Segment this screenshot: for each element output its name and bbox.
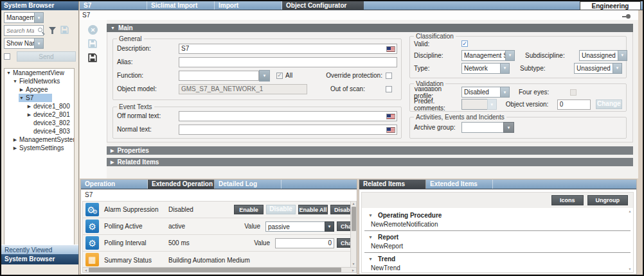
operation-panel: Operation Extended Operation Detailed Lo… bbox=[80, 179, 357, 275]
override-protection-checkbox[interactable] bbox=[386, 73, 392, 79]
tab-detailed-log[interactable]: Detailed Log bbox=[215, 180, 282, 189]
view-selector[interactable]: Management V ▼ bbox=[4, 12, 44, 23]
polling-active-dropdown[interactable]: passive ▼ bbox=[265, 221, 334, 232]
display-mode-selector[interactable]: Show Name ▼ bbox=[4, 38, 44, 49]
chevron-down-icon[interactable]: ▼ bbox=[500, 63, 510, 74]
save-search-icon[interactable] bbox=[60, 26, 69, 35]
collapsed-arrow-icon[interactable]: ▶ bbox=[26, 104, 32, 109]
recently-viewed-bar[interactable]: Recently Viewed bbox=[1, 245, 78, 254]
group-report[interactable]: ▼ Report bbox=[362, 232, 633, 242]
scrollbar-thumb[interactable] bbox=[89, 268, 341, 272]
icons-button[interactable]: Icons bbox=[551, 195, 584, 205]
tree-item-apogee[interactable]: ▶ Apogee bbox=[4, 85, 74, 94]
save-as-icon[interactable] bbox=[88, 53, 97, 64]
ungroup-button[interactable]: Ungroup bbox=[587, 195, 629, 205]
tree-item-device3[interactable]: device3_802 bbox=[4, 119, 74, 127]
chevron-down-icon[interactable]: ▼ bbox=[34, 12, 44, 23]
collapsed-arrow-icon[interactable]: ▶ bbox=[12, 146, 18, 151]
tree-item-s7-selected[interactable]: ▼ S7 bbox=[19, 94, 52, 102]
us-flag-icon[interactable] bbox=[386, 46, 395, 52]
tree-item-device2[interactable]: ▶ device2_801 bbox=[4, 110, 74, 119]
validation-profile-dropdown[interactable]: Disabled ▼ bbox=[461, 87, 510, 98]
properties-section-header[interactable]: ▶ Properties bbox=[107, 146, 633, 155]
expanded-arrow-icon[interactable]: ▼ bbox=[368, 257, 373, 261]
send-checkbox[interactable] bbox=[4, 53, 10, 60]
send-button[interactable]: Send bbox=[17, 51, 76, 62]
description-label: Description: bbox=[117, 45, 179, 52]
expanded-arrow-icon[interactable]: ▼ bbox=[6, 71, 12, 75]
tab-object-configurator[interactable]: Object Configurator bbox=[282, 1, 364, 10]
chevron-down-icon[interactable]: ▼ bbox=[503, 122, 514, 133]
tab-import[interactable]: Import bbox=[215, 1, 282, 10]
enable-all-button[interactable]: Enable All bbox=[298, 205, 328, 214]
operation-tab-bar: Operation Extended Operation Detailed Lo… bbox=[81, 180, 357, 189]
us-flag-icon[interactable] bbox=[386, 127, 395, 133]
tree-item-fieldnetworks[interactable]: ▼ FieldNetworks bbox=[4, 77, 74, 85]
operation-horizontal-scrollbar[interactable]: ◄ ► bbox=[82, 267, 357, 273]
tree-item-device1[interactable]: ▶ device1_800 bbox=[4, 102, 74, 110]
tree-item-managementsystem[interactable]: ▶ ManagementSystem bbox=[4, 135, 74, 144]
valid-checkbox[interactable]: ✓ bbox=[461, 40, 468, 47]
chevron-down-icon[interactable]: ▼ bbox=[613, 63, 622, 74]
function-dropdown-icon[interactable]: ▼ bbox=[259, 70, 270, 82]
main-section-header[interactable]: ▼ Main bbox=[107, 24, 633, 32]
tree-item-systemsettings[interactable]: ▶ SystemSettings bbox=[4, 144, 74, 152]
function-input[interactable] bbox=[179, 71, 259, 81]
type-dropdown[interactable]: Network ▼ bbox=[461, 63, 510, 74]
expanded-arrow-icon[interactable]: ▼ bbox=[368, 213, 373, 218]
related-items-panel: Related Items Extended Items Icons Ungro… bbox=[359, 179, 637, 275]
tab-siclimat-import[interactable]: Siclimat Import bbox=[147, 1, 215, 10]
tree-item-managementview[interactable]: ▼ ManagementView bbox=[4, 69, 74, 77]
discipline-dropdown[interactable]: Management Sys ▼ bbox=[461, 50, 515, 61]
tab-extended-operation[interactable]: Extended Operation bbox=[148, 180, 215, 189]
subtype-dropdown[interactable]: Unassigned ▼ bbox=[574, 63, 622, 74]
object-version-input[interactable] bbox=[557, 99, 591, 110]
related-item-newtrend[interactable]: NewTrend bbox=[362, 264, 633, 273]
expanded-arrow-icon[interactable]: ▼ bbox=[12, 79, 18, 83]
off-normal-input[interactable] bbox=[179, 111, 397, 121]
collapsed-arrow-icon[interactable]: ▶ bbox=[26, 112, 32, 117]
operation-vertical-scrollbar[interactable]: ▲ ▼ bbox=[350, 202, 356, 267]
object-model-label: Object model: bbox=[117, 85, 179, 92]
chevron-down-icon[interactable]: ▼ bbox=[618, 50, 627, 61]
chevron-down-icon[interactable]: ▼ bbox=[505, 50, 515, 61]
subdiscipline-dropdown[interactable]: Unassigned ▼ bbox=[579, 50, 627, 61]
chevron-down-icon[interactable]: ▼ bbox=[34, 38, 44, 49]
archive-group-dropdown[interactable]: ▼ bbox=[461, 122, 514, 133]
description-input[interactable] bbox=[179, 44, 397, 54]
tab-related-items[interactable]: Related Items bbox=[359, 180, 426, 189]
related-item-newreport[interactable]: NewReport bbox=[362, 242, 633, 251]
alias-input[interactable] bbox=[179, 57, 397, 67]
enable-button[interactable]: Enable bbox=[234, 205, 264, 214]
filter-icon[interactable] bbox=[49, 27, 56, 34]
tree-item-device4[interactable]: device4_803 bbox=[4, 127, 74, 135]
expanded-arrow-icon[interactable]: ▼ bbox=[368, 235, 373, 239]
group-operating-procedure[interactable]: ▼ Operating Procedure bbox=[362, 211, 633, 220]
display-mode-value: Show Name bbox=[4, 38, 34, 49]
collapsed-arrow-icon[interactable]: ▶ bbox=[19, 87, 24, 92]
collapsed-arrow-icon[interactable]: ▶ bbox=[12, 137, 18, 142]
chevron-down-icon[interactable]: ▼ bbox=[500, 87, 510, 98]
group-separator bbox=[364, 230, 631, 231]
polling-interval-input[interactable] bbox=[275, 238, 334, 248]
system-browser-bar[interactable]: System Browser bbox=[1, 254, 78, 264]
engineering-mode-button[interactable]: Engineering bbox=[580, 1, 641, 10]
out-of-scan-checkbox[interactable] bbox=[386, 86, 392, 92]
normal-input[interactable] bbox=[179, 125, 397, 135]
related-items-scrollbar[interactable]: ▲ ▼ bbox=[627, 209, 632, 271]
tab-operation[interactable]: Operation bbox=[81, 180, 148, 189]
all-checkbox[interactable]: ✓ bbox=[276, 73, 283, 79]
tab-extended-items[interactable]: Extended Items bbox=[426, 180, 493, 189]
pin-icon[interactable] bbox=[626, 14, 631, 19]
us-flag-icon[interactable] bbox=[386, 114, 395, 119]
expanded-arrow-icon[interactable]: ▼ bbox=[19, 96, 24, 100]
related-items-section-header[interactable]: ▶ Related Items bbox=[107, 158, 633, 166]
discard-icon[interactable]: ✕ bbox=[88, 25, 98, 35]
chevron-down-icon[interactable]: ▼ bbox=[325, 221, 334, 232]
type-row: Type: Network ▼ Subtype: Unassigned ▼ bbox=[410, 62, 626, 74]
related-item-newremotenotification[interactable]: NewRemoteNotification bbox=[362, 220, 633, 229]
validation-groupbox: Validation Validation profile: Disabled … bbox=[409, 83, 627, 112]
group-trend[interactable]: ▼ Trend bbox=[362, 254, 633, 264]
tab-s7[interactable]: S7 bbox=[80, 1, 147, 10]
scrollbar-thumb[interactable] bbox=[352, 207, 356, 231]
